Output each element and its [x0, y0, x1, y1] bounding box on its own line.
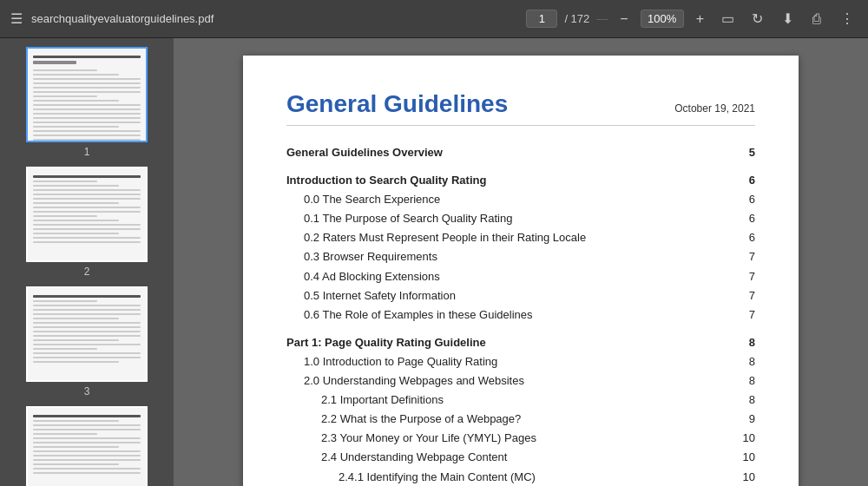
- toc-entry: 0.3 Browser Requirements7: [286, 247, 755, 266]
- zoom-out-button[interactable]: −: [615, 10, 633, 29]
- toc-page-number: 8: [741, 391, 755, 410]
- toc-text: 2.4 Understanding Webpage Content: [321, 448, 734, 467]
- page-number-input[interactable]: [526, 10, 557, 28]
- toolbar-left: ☰ searchqualityevaluatorguidelines.pdf: [10, 10, 516, 27]
- toc-text: 2.4.1 Identifying the Main Content (MC): [339, 468, 734, 487]
- thumb-frame-2: [26, 167, 148, 262]
- filename-label: searchqualityevaluatorguidelines.pdf: [31, 12, 214, 25]
- toc-text: 2.3 Your Money or Your Life (YMYL) Pages: [321, 429, 734, 448]
- toc-text: 2.2 What is the Purpose of a Webpage?: [321, 410, 734, 429]
- document-title: General Guidelines: [286, 90, 508, 118]
- toc-page-number: 6: [741, 190, 755, 209]
- toc-page-number: 6: [741, 209, 755, 228]
- toc-page-number: 10: [741, 468, 755, 487]
- toc-text: 0.0 The Search Experience: [304, 190, 734, 209]
- thumbnail-3[interactable]: 3: [9, 286, 165, 397]
- thumb-image-4: [28, 408, 146, 486]
- toc-entry: 0.4 Ad Blocking Extensions7: [286, 267, 755, 286]
- toc-page-number: 5: [741, 143, 755, 162]
- toc-entry: 2.3 Your Money or Your Life (YMYL) Pages…: [286, 429, 755, 448]
- thumb-frame-1: [26, 47, 148, 142]
- toc-entry: 2.2 What is the Purpose of a Webpage?9: [286, 410, 755, 429]
- toc-entry: 2.4.1 Identifying the Main Content (MC)1…: [286, 468, 755, 487]
- toc-text: 0.2 Raters Must Represent People in thei…: [304, 228, 734, 247]
- toc-page-number: 10: [741, 429, 755, 448]
- toc-entry: Part 1: Page Quality Rating Guideline8: [286, 333, 755, 352]
- toc-page-number: 9: [741, 410, 755, 429]
- toc-page-number: 10: [741, 448, 755, 467]
- pdf-area: General Guidelines October 19, 2021 Gene…: [174, 38, 868, 486]
- thumb-frame-4: [26, 406, 148, 486]
- dash-separator: —: [596, 12, 608, 25]
- print-button[interactable]: ⎙: [809, 8, 825, 30]
- toc-text: 2.0 Understanding Webpages and Websites: [304, 371, 734, 391]
- zoom-input[interactable]: [641, 10, 684, 28]
- toc-text: 0.6 The Role of Examples in these Guidel…: [304, 305, 734, 325]
- pdf-page: General Guidelines October 19, 2021 Gene…: [243, 56, 799, 486]
- thumb-frame-3: [26, 286, 148, 382]
- toc-text: Part 1: Page Quality Rating Guideline: [286, 333, 734, 352]
- download-button[interactable]: ⬇: [779, 7, 797, 30]
- page-header: General Guidelines October 19, 2021: [286, 90, 755, 126]
- toc-entry: 2.1 Important Definitions8: [286, 391, 755, 410]
- thumb-number-2: 2: [84, 266, 90, 278]
- thumbnail-4[interactable]: 4: [9, 406, 165, 486]
- toc-entry: 2.4 Understanding Webpage Content10: [286, 448, 755, 467]
- toc-text: 0.1 The Purpose of Search Quality Rating: [304, 209, 734, 228]
- thumbnail-sidebar: 1: [0, 38, 174, 486]
- toc-entry: 0.2 Raters Must Represent People in thei…: [286, 228, 755, 247]
- toc-entry: 0.5 Internet Safety Information7: [286, 286, 755, 305]
- thumb-number-3: 3: [84, 385, 90, 397]
- menu-icon[interactable]: ☰: [10, 10, 23, 27]
- thumb-image-2: [28, 168, 146, 260]
- toc-page-number: 6: [741, 171, 755, 190]
- toolbar-center: / 172 — − + ▭ ↻: [526, 9, 768, 29]
- toc-entry: 2.0 Understanding Webpages and Websites8: [286, 371, 755, 391]
- toc-text: 0.5 Internet Safety Information: [304, 286, 734, 305]
- toc-page-number: 6: [741, 228, 755, 247]
- toc-text: General Guidelines Overview: [286, 143, 734, 162]
- toc-text: 2.1 Important Definitions: [321, 391, 734, 410]
- toc-entry: General Guidelines Overview5: [286, 143, 755, 162]
- toc-page-number: 7: [741, 247, 755, 266]
- thumb-number-1: 1: [84, 146, 90, 158]
- toc-text: Introduction to Search Quality Rating: [286, 171, 734, 190]
- toc-text: 0.3 Browser Requirements: [304, 247, 734, 266]
- toc-page-number: 8: [741, 371, 755, 391]
- toc-page-number: 7: [741, 286, 755, 305]
- main-area: 1: [0, 38, 868, 486]
- toolbar: ☰ searchqualityevaluatorguidelines.pdf /…: [0, 0, 868, 38]
- toc-entry: 0.0 The Search Experience6: [286, 190, 755, 209]
- toc-entry: 1.0 Introduction to Page Quality Rating8: [286, 352, 755, 371]
- toc-page-number: 7: [741, 267, 755, 286]
- toc-container: General Guidelines Overview5Introduction…: [286, 143, 755, 486]
- thumbnail-2[interactable]: 2: [9, 167, 165, 278]
- toc-text: 0.4 Ad Blocking Extensions: [304, 267, 734, 286]
- thumb-image-3: [28, 288, 146, 380]
- toc-entry: 0.6 The Role of Examples in these Guidel…: [286, 305, 755, 325]
- toc-entry: 0.1 The Purpose of Search Quality Rating…: [286, 209, 755, 228]
- page-separator: / 172: [564, 12, 589, 25]
- toc-text: 1.0 Introduction to Page Quality Rating: [304, 352, 734, 371]
- toc-page-number: 8: [741, 352, 755, 371]
- thumbnail-1[interactable]: 1: [9, 47, 165, 158]
- document-date: October 19, 2021: [674, 102, 755, 115]
- toc-entry: Introduction to Search Quality Rating6: [286, 171, 755, 190]
- thumb-image-1: [28, 49, 146, 141]
- toc-page-number: 7: [741, 305, 755, 325]
- rotate-button[interactable]: ↻: [746, 9, 768, 29]
- toc-page-number: 8: [741, 333, 755, 352]
- zoom-in-button[interactable]: +: [691, 10, 709, 29]
- more-button[interactable]: ⋮: [837, 7, 858, 30]
- fit-page-button[interactable]: ▭: [716, 9, 740, 29]
- toolbar-right: ⬇ ⎙ ⋮: [779, 7, 858, 30]
